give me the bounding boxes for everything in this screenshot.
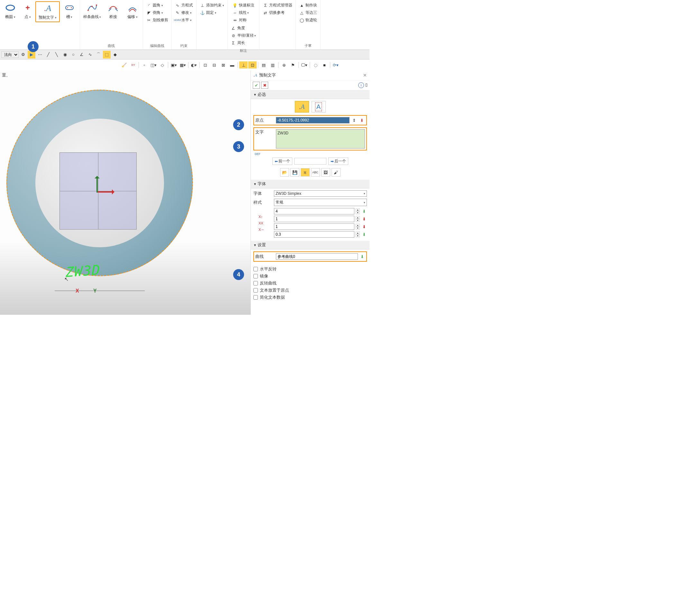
open-button[interactable]: 📂 [280, 168, 289, 176]
const-button[interactable]: ⊥ [239, 61, 248, 68]
qb-angle[interactable]: ∠ [78, 51, 86, 59]
target-button[interactable]: ⊕ [280, 61, 288, 68]
brush-button[interactable]: 🖌 [332, 168, 340, 176]
size1-pick[interactable]: ⬇ [361, 208, 367, 214]
qb-pick[interactable]: ⬚ [103, 51, 111, 59]
viewport[interactable]: 置。 ZW3D X Y ↖ 2 3 4 [0, 70, 250, 315]
curve-input[interactable] [276, 254, 358, 260]
addconstraint-button[interactable]: ⊥添加约束 [198, 2, 225, 9]
layer1-button[interactable]: ▤ [260, 61, 268, 68]
nav-input[interactable] [294, 158, 326, 164]
bridge-button[interactable]: 桥接 [104, 1, 123, 21]
curve-pick[interactable]: ⬇ [359, 254, 365, 260]
grid-button[interactable]: ▦▾ [178, 61, 187, 68]
ellipse-button[interactable]: 椭圆 [1, 1, 20, 21]
switchref-button[interactable]: ⇄切换参考 [261, 9, 293, 16]
origin-input[interactable] [276, 117, 350, 124]
next-button[interactable]: ➡后一个 [328, 157, 348, 165]
angle-button[interactable]: ∠角度 [229, 25, 258, 31]
gear-button[interactable]: ⚙ [19, 51, 27, 59]
makeblock-button[interactable]: ▲制作块 [298, 2, 318, 9]
origin-dropdown[interactable]: ⇕ [351, 117, 357, 124]
dim4-button[interactable]: ▬ [228, 61, 236, 68]
qb-wave[interactable]: ∿ [86, 51, 94, 59]
dim3-button[interactable]: ⊠ [219, 61, 227, 68]
dim1-button[interactable]: ⊡ [201, 61, 210, 68]
monitor-button[interactable]: 🖵▾ [300, 61, 308, 68]
size1-input[interactable] [274, 208, 354, 215]
prev-button[interactable]: ⬅前一个 [272, 157, 292, 165]
linear-button[interactable]: ↔线性 [231, 9, 256, 16]
qb-circle2[interactable]: ○ [69, 51, 77, 59]
slot-button[interactable]: 槽 [60, 1, 79, 21]
size3-pick[interactable]: ⬇ [361, 224, 367, 229]
horizontal-button[interactable]: HORZ水平 [174, 17, 194, 23]
radius-button[interactable]: ⊘半径/直径 [229, 32, 258, 39]
readytext-button[interactable]: .A 预制文字 [36, 1, 60, 22]
section-required[interactable]: 必选 [251, 90, 370, 99]
chk-revcurve[interactable] [254, 281, 258, 286]
isotri-button[interactable]: △等边三 [298, 9, 318, 16]
layer2-button[interactable]: ▥ [268, 61, 277, 68]
chk-simplify[interactable] [254, 295, 258, 300]
qb-line2[interactable]: ╲ [53, 51, 61, 59]
section-button[interactable]: ▣▾ [170, 61, 178, 68]
qb-arc[interactable]: ⌒ [94, 51, 102, 59]
expand-button[interactable]: ▯ [365, 82, 368, 88]
style-select[interactable]: 常规 [274, 199, 367, 206]
flag-button[interactable]: ⚑ [289, 61, 297, 68]
box-button[interactable]: ▫ [140, 61, 149, 68]
abc-button[interactable]: ABC [311, 168, 320, 176]
cancel-button[interactable]: ✖ [261, 82, 268, 89]
tracewheel-button[interactable]: ◯轨迹轮 [298, 17, 318, 23]
origin-pick[interactable]: ⬇ [358, 117, 365, 124]
shade-button[interactable]: ◐▾ [190, 61, 198, 68]
modify-button[interactable]: ✎修改 [174, 9, 194, 16]
qb-line1[interactable]: ╱ [44, 51, 52, 59]
info-button[interactable]: i [358, 82, 364, 88]
section-font[interactable]: 字体 [251, 180, 370, 189]
chk-hflip[interactable] [254, 267, 258, 271]
symmetric-button[interactable]: ⇔对称 [231, 17, 256, 23]
ok-button[interactable]: ✔ [253, 82, 260, 89]
size2-pick[interactable]: ⬇ [361, 216, 367, 222]
cube-button[interactable]: ◫▾ [149, 61, 158, 68]
size4-input[interactable] [274, 231, 354, 238]
fillet-button[interactable]: ◜圆角 [145, 2, 170, 9]
spline-button[interactable]: 样条曲线 [81, 1, 104, 21]
chk-mirror[interactable] [254, 274, 258, 279]
refresh-button[interactable]: ⟳▾ [332, 61, 340, 68]
section-settings[interactable]: 设置 [251, 241, 370, 249]
size2-input[interactable] [274, 216, 354, 222]
fix-button[interactable]: ⚓固定 [198, 9, 225, 16]
xy-button[interactable]: XY [129, 61, 137, 68]
close-button[interactable]: ✕ [363, 73, 367, 78]
mode-box-text[interactable]: A [312, 101, 326, 112]
equation-button[interactable]: ∿方程式 [174, 2, 194, 9]
eraser-button[interactable]: 🧹 [120, 61, 128, 68]
save-button[interactable]: 💾 [290, 168, 300, 176]
eqmgr-button[interactable]: Σ方程式管理器 [261, 2, 293, 9]
black-square-button[interactable]: ■ [320, 61, 329, 68]
chamfer-button[interactable]: ◤倒角 [145, 9, 170, 16]
font-select[interactable]: ZW3D Simplex [274, 190, 367, 197]
normal-select[interactable]: 法向 [1, 51, 19, 58]
snap-button[interactable]: ⊡ [248, 61, 257, 68]
size3-input[interactable] [274, 223, 354, 230]
dotted-circle-button[interactable]: ◌ [311, 61, 320, 68]
trimline-button[interactable]: ✂划线修剪 [145, 17, 170, 23]
quickdim-button[interactable]: 💡快速标注 [231, 2, 256, 9]
dim2-button[interactable]: ⊟ [210, 61, 218, 68]
qb-circle1[interactable]: ◉ [61, 51, 69, 59]
pi-button[interactable]: π [301, 168, 310, 176]
image-button[interactable]: 🖼 [321, 168, 330, 176]
text-input[interactable]: ZW3D [276, 129, 365, 149]
qb-cube[interactable]: ◆ [111, 51, 119, 59]
offset-button[interactable]: 偏移 [123, 1, 142, 21]
point-button[interactable]: + 点 [20, 1, 36, 21]
chk-atorig[interactable] [254, 288, 258, 292]
qb-dots[interactable]: ⋯ [36, 51, 44, 59]
mode-point-text[interactable]: .A [295, 101, 309, 112]
size4-pick[interactable]: ⬇ [361, 232, 367, 237]
perimeter-button[interactable]: Σ周长 [229, 40, 258, 46]
